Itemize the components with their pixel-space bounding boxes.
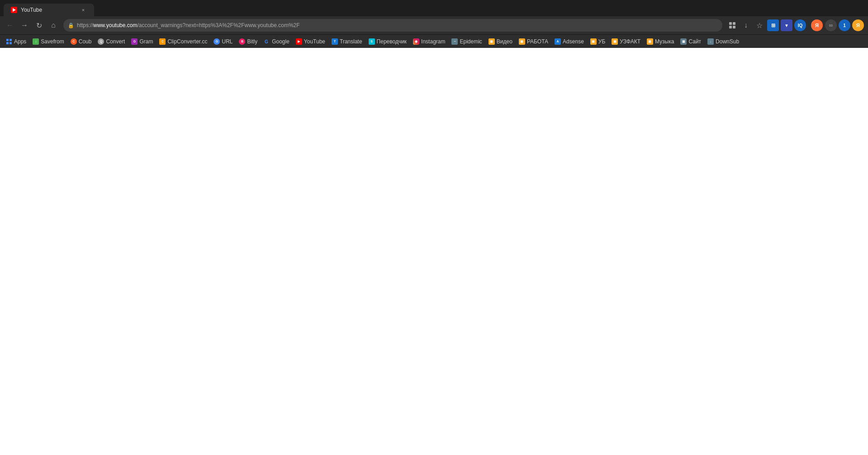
bookmark-gram-label: Gram: [139, 38, 153, 45]
svg-rect-1: [729, 22, 732, 25]
muzika-favicon-icon: ▣: [647, 38, 653, 45]
tab-bar: YouTube ×: [0, 0, 868, 16]
bookmark-clipconverter[interactable]: C ClipConverter.cc: [156, 37, 210, 46]
bookmark-uzfakt[interactable]: ▣ УЗФАКТ: [608, 37, 644, 46]
nav-right-icons: ↓ ☆ ⊞ ▼ IQ Я ∞ 1 Я: [726, 19, 864, 32]
svg-rect-7: [6, 42, 9, 44]
bookmark-perevodchik-label: Переводчик: [377, 38, 407, 45]
active-tab[interactable]: YouTube ×: [4, 4, 94, 16]
bookmark-ub[interactable]: ▣ УБ: [587, 37, 609, 46]
bookmark-star-icon[interactable]: ☆: [753, 19, 766, 32]
bookmark-adsense[interactable]: A Adsense: [551, 37, 587, 46]
account-icon[interactable]: 1: [839, 19, 850, 31]
bookmark-sait-label: Сайт: [688, 38, 701, 45]
bookmark-coub-label: Coub: [79, 38, 92, 45]
navigation-bar: ← → ↻ ⌂ 🔒 https://www.youtube.com/accoun…: [0, 16, 868, 34]
bookmark-translate[interactable]: T Translate: [328, 37, 365, 46]
bookmark-sait[interactable]: ▣ Сайт: [677, 37, 704, 46]
svg-rect-3: [729, 26, 732, 28]
bookmark-convert-label: Convert: [106, 38, 125, 45]
address-path: /account_warnings?next=https%3A%2F%2Fwww…: [137, 22, 299, 28]
forward-button[interactable]: →: [18, 19, 31, 32]
svg-rect-2: [733, 22, 735, 25]
bookmark-savefrom[interactable]: ↓ Savefrom: [29, 37, 67, 46]
svg-rect-6: [9, 39, 12, 41]
apps-favicon-icon: [6, 38, 12, 45]
bookmark-rabota[interactable]: ▣ РАБОТА: [516, 37, 551, 46]
convert-favicon-icon: Q: [98, 38, 104, 45]
bookmark-youtube-label: YouTube: [304, 38, 325, 45]
bookmark-google[interactable]: G Google: [261, 37, 293, 46]
tab-title: YouTube: [21, 7, 76, 13]
savefrom-favicon-icon: ↓: [33, 38, 39, 45]
extensions-icon[interactable]: [726, 19, 739, 32]
instagram-favicon-icon: ◉: [413, 38, 419, 45]
home-button[interactable]: ⌂: [47, 19, 60, 32]
bookmark-instagram-label: Instagram: [421, 38, 445, 45]
sait-favicon-icon: ▣: [680, 38, 687, 45]
video-favicon-icon: ▣: [489, 38, 495, 45]
infinity-icon[interactable]: ∞: [825, 19, 837, 31]
bookmark-downsub[interactable]: ↓ DownSub: [704, 37, 742, 46]
bookmark-youtube[interactable]: ▶ YouTube: [293, 37, 328, 46]
bitly-favicon-icon: B: [239, 38, 245, 45]
bookmark-clipconverter-label: ClipConverter.cc: [167, 38, 207, 45]
bookmark-video-label: Видео: [497, 38, 512, 45]
bookmark-savefrom-label: Savefrom: [41, 38, 64, 45]
reload-button[interactable]: ↻: [33, 19, 45, 32]
address-protocol: https://: [77, 22, 93, 28]
epidemic-favicon-icon: ~: [451, 38, 458, 45]
bookmark-url[interactable]: G URL: [210, 37, 236, 46]
ub-favicon-icon: ▣: [590, 38, 597, 45]
bookmark-rabota-label: РАБОТА: [527, 38, 548, 45]
browser-chrome: YouTube × ← → ↻ ⌂ 🔒 https://www.youtube.…: [0, 0, 868, 48]
uzfakt-favicon-icon: ▣: [612, 38, 618, 45]
bookmark-apps[interactable]: Apps: [3, 37, 29, 46]
ext-icon-circle-blue[interactable]: IQ: [794, 19, 806, 31]
bookmark-video[interactable]: ▣ Видео: [485, 37, 516, 46]
security-lock-icon: 🔒: [68, 23, 74, 28]
bookmark-epidemic-label: Epidemic: [460, 38, 482, 45]
bookmark-apps-label: Apps: [14, 38, 26, 45]
bookmark-google-label: Google: [272, 38, 289, 45]
bookmark-muzika[interactable]: ▣ Музыка: [644, 37, 677, 46]
user-avatar[interactable]: Я: [852, 19, 864, 31]
bookmark-bitly-label: Bitly: [247, 38, 257, 45]
ext-icon-blue[interactable]: ⊞: [767, 19, 779, 31]
svg-rect-5: [6, 39, 9, 41]
bookmark-instagram[interactable]: ◉ Instagram: [410, 37, 448, 46]
url-favicon-icon: G: [213, 38, 220, 45]
bookmark-adsense-label: Adsense: [563, 38, 584, 45]
svg-text:G: G: [265, 39, 268, 44]
address-bar[interactable]: 🔒 https://www.youtube.com/account_warnin…: [63, 19, 722, 32]
svg-marker-0: [13, 8, 16, 12]
bookmark-translate-label: Translate: [340, 38, 362, 45]
bookmark-coub[interactable]: C Coub: [67, 37, 95, 46]
perevodchik-favicon-icon: S: [369, 38, 375, 45]
tab-close-button[interactable]: ×: [80, 6, 87, 14]
youtube-favicon-icon: ▶: [296, 38, 302, 45]
bookmark-perevodchik[interactable]: S Переводчик: [365, 37, 410, 46]
bookmark-epidemic[interactable]: ~ Epidemic: [448, 37, 485, 46]
translate-favicon-icon: T: [332, 38, 338, 45]
bookmarks-bar: Apps ↓ Savefrom C Coub Q Convert G: [0, 34, 868, 48]
bookmark-uzfakt-label: УЗФАКТ: [620, 38, 640, 45]
tab-favicon-icon: [11, 7, 17, 13]
svg-rect-8: [9, 42, 12, 44]
bookmark-gram[interactable]: G Gram: [128, 37, 156, 46]
bookmark-convert[interactable]: Q Convert: [95, 37, 128, 46]
ext-icon-indigo[interactable]: ▼: [781, 19, 792, 31]
address-text: https://www.youtube.com/account_warnings…: [77, 22, 718, 28]
bookmark-ub-label: УБ: [598, 38, 606, 45]
bookmark-downsub-label: DownSub: [716, 38, 739, 45]
bookmark-bitly[interactable]: B Bitly: [236, 37, 261, 46]
svg-rect-4: [733, 26, 735, 28]
profile-avatar[interactable]: Я: [811, 19, 823, 31]
downsub-favicon-icon: ↓: [707, 38, 714, 45]
back-button[interactable]: ←: [4, 19, 16, 32]
coub-favicon-icon: C: [71, 38, 77, 45]
bookmark-muzika-label: Музыка: [655, 38, 674, 45]
download-icon[interactable]: ↓: [740, 19, 752, 32]
gram-favicon-icon: G: [131, 38, 138, 45]
google-favicon-icon: G: [264, 38, 270, 45]
